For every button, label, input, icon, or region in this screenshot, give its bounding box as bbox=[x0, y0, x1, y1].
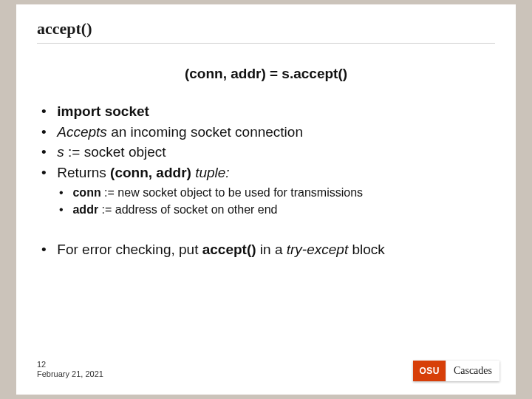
bullet-italic: try-except bbox=[287, 242, 348, 257]
slide-title: accept() bbox=[37, 19, 495, 38]
bullet-italic: tuple: bbox=[191, 165, 230, 180]
bullet-bold: (conn, addr) bbox=[110, 165, 191, 180]
bullet-bold: accept() bbox=[202, 242, 256, 257]
slide-body: accept() (conn, addr) = s.accept() impor… bbox=[16, 4, 516, 395]
sub-bold: conn bbox=[72, 186, 100, 199]
spacer bbox=[37, 219, 495, 239]
bullet-text: block bbox=[348, 242, 385, 257]
list-item: Accepts an incoming socket connection bbox=[43, 122, 495, 143]
main-bullet-list: import socket Accepts an incoming socket… bbox=[37, 101, 495, 183]
list-item: s := socket object bbox=[43, 142, 495, 163]
logo-badge: OSU bbox=[413, 361, 446, 381]
list-item: For error checking, put accept() in a tr… bbox=[43, 239, 495, 260]
sub-bullet-list: conn := new socket object to be used for… bbox=[37, 184, 495, 218]
final-bullet-list: For error checking, put accept() in a tr… bbox=[37, 239, 495, 260]
list-item: conn := new socket object to be used for… bbox=[59, 184, 495, 201]
list-item: Returns (conn, addr) tuple: bbox=[43, 163, 495, 183]
bullet-italic: s bbox=[57, 144, 64, 160]
list-item: addr := address of socket on other end bbox=[59, 201, 495, 218]
slide-date: February 21, 2021 bbox=[37, 369, 103, 380]
bullet-bold: import socket bbox=[57, 103, 149, 119]
slide-footer: 12 February 21, 2021 bbox=[37, 360, 103, 381]
title-divider bbox=[37, 43, 495, 44]
sub-text: := address of socket on other end bbox=[98, 203, 277, 216]
function-signature: (conn, addr) = s.accept() bbox=[37, 66, 495, 82]
slide-number: 12 bbox=[37, 360, 103, 370]
bullet-italic: Accepts bbox=[57, 124, 107, 140]
bullet-text: an incoming socket connection bbox=[107, 124, 303, 140]
bullet-text: := socket object bbox=[64, 144, 166, 160]
bullet-text: For error checking, put bbox=[57, 242, 202, 257]
bullet-text: in a bbox=[256, 242, 287, 257]
list-item: import socket bbox=[43, 101, 495, 122]
logo-text: Cascades bbox=[446, 361, 499, 381]
sub-bold: addr bbox=[72, 203, 98, 216]
slide-frame: accept() (conn, addr) = s.accept() impor… bbox=[0, 0, 532, 399]
sub-text: := new socket object to be used for tran… bbox=[101, 186, 363, 199]
bullet-text: Returns bbox=[57, 165, 110, 180]
osu-cascades-logo: OSU Cascades bbox=[413, 361, 499, 381]
